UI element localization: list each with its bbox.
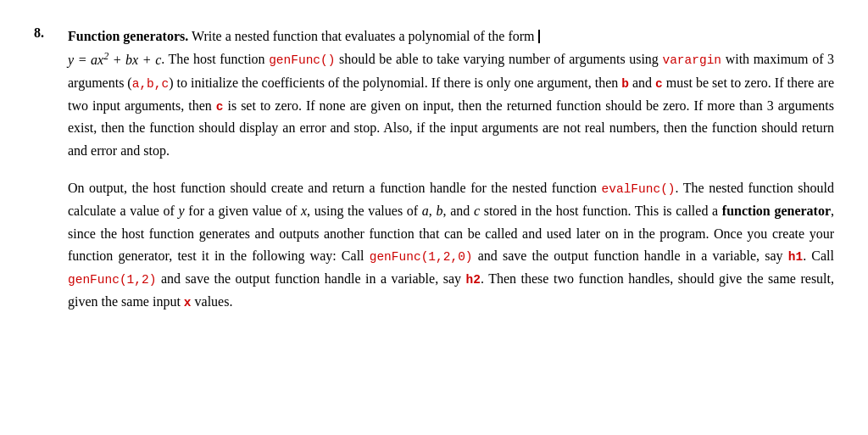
math-equation: y = ax2 + bx + c (68, 53, 161, 67)
paragraph-2: On output, the host function should crea… (68, 177, 834, 313)
c-var: c (474, 204, 480, 218)
b-ref1: b (621, 77, 629, 91)
x-ref: x (184, 296, 192, 310)
abc-ref: a,b,c (132, 77, 170, 91)
cursor (538, 30, 540, 43)
problem-title: Function generators. (68, 29, 188, 43)
evalFunc-ref: evalFunc() (602, 182, 676, 196)
text-5: and (629, 75, 655, 90)
content-area: 8. Function generators. Write a nested f… (34, 25, 834, 314)
text-p2-13: values. (192, 294, 233, 309)
problem-body: Function generators. Write a nested func… (68, 25, 834, 314)
text-p2-3: for a given value of (185, 204, 301, 218)
text-p2-1: On output, the host function should crea… (68, 181, 602, 195)
x-var1: x (301, 204, 307, 218)
y-var: y (179, 204, 185, 218)
h1-ref: h1 (788, 250, 803, 264)
function-generator-term: function generator (722, 204, 831, 218)
text-p2-7: stored in the host function. This is cal… (480, 204, 722, 218)
problem-number: 8. (34, 25, 68, 314)
text-p2-11: and save the output function handle in a… (156, 271, 465, 286)
text-p2-6: , and (442, 204, 473, 218)
text-1: . The host function (161, 53, 269, 67)
a-var: a (422, 204, 429, 218)
text-p2-9: and save the output function handle in a… (473, 248, 788, 263)
paragraph-gap (68, 162, 834, 177)
text-4: ) to initialize the coefficients of the … (169, 75, 621, 90)
paragraph-1b: y = ax2 + bx + c. The host function genF… (68, 47, 834, 162)
text-p2-10: . Call (803, 248, 834, 263)
c-ref1: c (655, 77, 663, 91)
genFunc-call2: genFunc(1,2) (68, 273, 156, 287)
text-write: Write a nested function that evaluates a… (192, 29, 538, 43)
h2-ref: h2 (466, 273, 481, 287)
genFunc-ref1: genFunc() (269, 54, 335, 68)
problem-header: 8. Function generators. Write a nested f… (34, 25, 834, 314)
genFunc-call1: genFunc(1,2,0) (370, 250, 473, 264)
problem-block: 8. Function generators. Write a nested f… (34, 25, 834, 314)
varargin-ref: varargin (662, 54, 721, 68)
text-2: should be able to take varying number of… (335, 53, 662, 67)
paragraph-1: Function generators. Write a nested func… (68, 25, 834, 47)
text-p2-4: , using the values of (307, 204, 422, 218)
